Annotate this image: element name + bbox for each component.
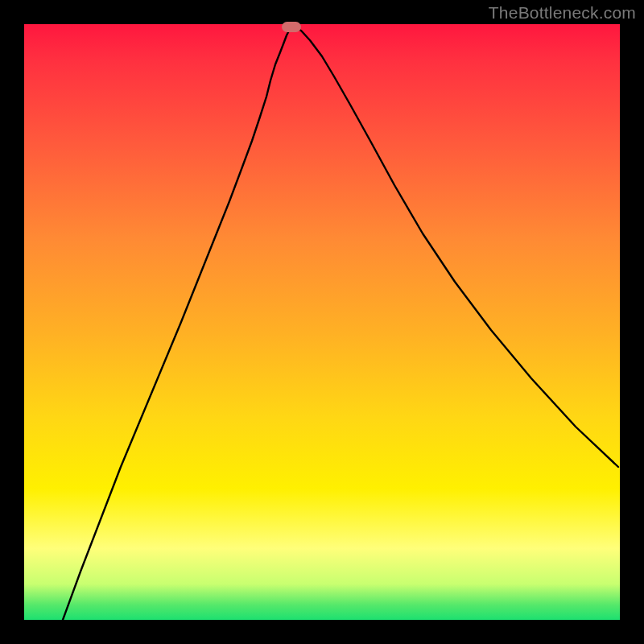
bottleneck-curve	[63, 27, 618, 620]
plot-area	[24, 24, 620, 620]
curve-svg	[24, 24, 620, 620]
chart-frame: TheBottleneck.com	[0, 0, 644, 644]
watermark-text: TheBottleneck.com	[489, 3, 636, 23]
minimum-marker	[282, 22, 301, 32]
